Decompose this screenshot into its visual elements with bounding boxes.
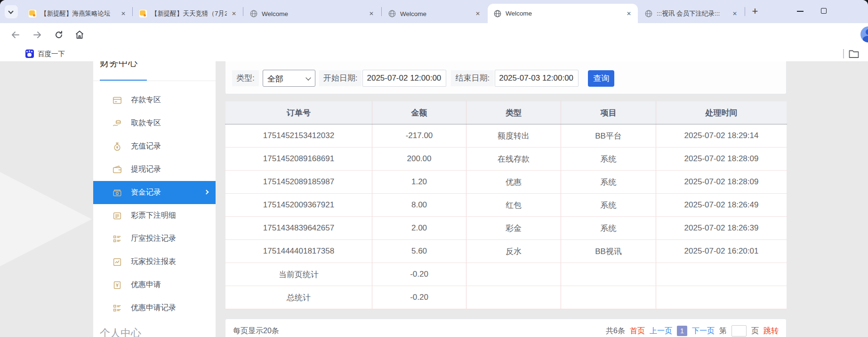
cell-time: 2025-07-02 18:28:09 [656, 171, 787, 194]
tab-6[interactable]: :::视讯 会员下注纪录::: ✕ [639, 4, 744, 23]
table-row: 17514520093679218.00红包系统2025-07-02 18:26… [225, 194, 787, 217]
close-icon[interactable]: ✕ [474, 9, 482, 18]
tab-divider [132, 7, 133, 16]
forward-button[interactable] [29, 27, 45, 43]
sidebar: 财务中心 存款专区 取款专区 充值记录 提现记录 资金记录 [93, 61, 216, 337]
cell-time: 2025-07-02 18:26:39 [656, 217, 787, 240]
sidebar-item-lottery-bet-details[interactable]: 彩票下注明细 [93, 204, 216, 227]
cell-amount: -0.20 [372, 263, 466, 286]
cell-project: 系统 [561, 171, 656, 194]
table-header-row: 订单号 金额 类型 项目 处理时间 [225, 101, 787, 124]
first-page-link[interactable]: 首页 [630, 326, 645, 336]
close-icon[interactable]: ✕ [230, 9, 238, 18]
sidebar-item-promo-apply[interactable]: 优惠申请 [93, 273, 216, 296]
cell-amount: 8.00 [372, 194, 466, 217]
cell-time: 2025-07-02 18:26:49 [656, 194, 787, 217]
cell-order-no: 1751434839642657 [225, 217, 372, 240]
cell-time: 2025-07-02 18:28:09 [656, 148, 787, 171]
sidebar-item-recharge-records[interactable]: 充值记录 [93, 135, 216, 158]
tab-5-active[interactable]: Welcome ✕ [488, 4, 638, 23]
list-icon [112, 234, 122, 244]
maximize-button[interactable] [821, 8, 827, 14]
tab-divider [243, 7, 243, 16]
bookmarks-bar: 百度一下 [0, 46, 868, 61]
reload-button[interactable] [51, 27, 67, 43]
sidebar-item-hall-bet-records[interactable]: 厅室投注记录 [93, 227, 216, 250]
sidebar-section-personal-center: 个人中心 [100, 326, 141, 337]
forum-icon [139, 9, 147, 18]
cell-amount: 200.00 [372, 148, 466, 171]
sidebar-item-promo-apply-records[interactable]: 优惠申请记录 [93, 296, 216, 320]
home-button[interactable] [72, 27, 88, 43]
start-date-label: 开始日期: [319, 70, 362, 86]
arrow-right-icon [32, 30, 42, 40]
col-order-no: 订单号 [225, 101, 372, 124]
tab-4[interactable]: Welcome ✕ [382, 4, 487, 23]
tab-search-button[interactable] [5, 5, 18, 18]
next-page-link[interactable]: 下一页 [692, 326, 715, 336]
page-size-text: 每页显示20条 [233, 326, 279, 336]
bank-card-icon [112, 95, 122, 106]
table-row: 17514444018173585.60反水BB视讯2025-07-02 16:… [225, 240, 787, 263]
chevron-right-icon [204, 190, 209, 195]
list-icon [112, 303, 122, 313]
profile-avatar[interactable] [860, 26, 868, 42]
type-select[interactable]: 全部 [263, 70, 315, 87]
sidebar-item-fund-records[interactable]: 资金记录 [93, 181, 216, 204]
sidebar-item-label: 资金记录 [131, 188, 161, 197]
cell-type: 红包 [466, 194, 561, 217]
cell-type: 在线存款 [466, 148, 561, 171]
table-row: 1751452089168691200.00在线存款系统2025-07-02 1… [225, 148, 787, 171]
start-date-input[interactable] [362, 70, 446, 87]
document-list-icon [112, 211, 122, 221]
arrow-left-icon [10, 30, 21, 40]
current-page-badge[interactable]: 1 [677, 326, 687, 336]
minimize-button[interactable] [797, 11, 804, 12]
chevron-down-icon [305, 75, 311, 80]
close-icon[interactable]: ✕ [367, 9, 376, 18]
jump-page-input[interactable] [731, 325, 747, 337]
cell-type: 反水 [466, 240, 561, 263]
tab-1[interactable]: 【新提醒】海燕策略论坛 ✕ [23, 4, 132, 23]
sidebar-item-withdraw-zone[interactable]: 取款专区 [93, 112, 216, 135]
divider [93, 81, 216, 81]
cell-project: BB视讯 [561, 240, 656, 263]
tab-2[interactable]: 【新提醒】天天竞猜（7月2 ✕ [133, 4, 243, 23]
bookmark-baidu[interactable]: 百度一下 [22, 48, 69, 60]
close-icon[interactable]: ✕ [625, 9, 633, 18]
sidebar-item-deposit-zone[interactable]: 存款专区 [93, 89, 216, 112]
cell-project: BB平台 [561, 124, 656, 148]
sidebar-section-title: 财务中心 [100, 61, 137, 71]
tab-divider [745, 7, 745, 16]
prev-page-link[interactable]: 上一页 [650, 326, 672, 336]
jump-action-link[interactable]: 跳转 [764, 326, 779, 336]
col-project: 项目 [561, 101, 656, 124]
home-icon [74, 30, 85, 40]
chevron-down-icon [8, 8, 13, 14]
back-button[interactable] [8, 27, 24, 43]
cell-project: 系统 [561, 148, 656, 171]
hand-money-icon [112, 118, 122, 129]
globe-icon [388, 9, 396, 18]
close-icon[interactable]: ✕ [731, 9, 739, 18]
end-date-label: 结束日期: [451, 70, 494, 86]
end-date-input[interactable] [495, 70, 579, 87]
cell-order-no: 1751452153412032 [225, 124, 372, 148]
browser-window: 【新提醒】海燕策略论坛 ✕ 【新提醒】天天竞猜（7月2 ✕ Welcome ✕ … [0, 0, 868, 337]
page-content: 财务中心 存款专区 取款专区 充值记录 提现记录 资金记录 [0, 61, 868, 337]
coupon-icon [112, 280, 122, 290]
sidebar-item-label: 充值记录 [131, 141, 161, 151]
sidebar-item-withdraw-records[interactable]: 提现记录 [93, 158, 216, 181]
query-button[interactable]: 查询 [588, 70, 614, 87]
tab-divider [381, 7, 382, 16]
close-icon[interactable]: ✕ [119, 9, 128, 18]
bookmarks-folder-icon[interactable] [848, 49, 860, 59]
new-tab-button[interactable]: + [748, 5, 762, 18]
sidebar-item-label: 厅室投注记录 [131, 234, 176, 244]
tab-3[interactable]: Welcome ✕ [244, 4, 380, 23]
sidebar-item-player-bet-report[interactable]: 玩家投注报表 [93, 250, 216, 273]
tab-title: Welcome [400, 10, 471, 17]
table-row: 17514348396426572.00彩金系统2025-07-02 18:26… [225, 217, 787, 240]
pagination-panel: 每页显示20条 共6条 首页 上一页 1 下一页 第 页 跳转 [225, 319, 787, 337]
cell-amount: -217.00 [372, 124, 466, 148]
